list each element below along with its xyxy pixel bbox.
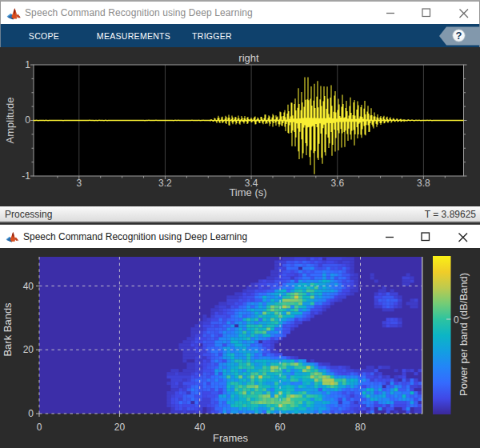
svg-text:0: 0	[25, 114, 30, 126]
svg-text:40: 40	[23, 281, 34, 292]
svg-text:3.6: 3.6	[330, 178, 344, 189]
svg-text:?: ?	[456, 30, 462, 42]
svg-text:-1: -1	[22, 170, 30, 182]
svg-text:Frames: Frames	[213, 432, 249, 444]
svg-text:80: 80	[355, 422, 366, 433]
svg-text:Bark Bands: Bark Bands	[2, 302, 14, 357]
svg-text:20: 20	[114, 422, 126, 433]
svg-text:40: 40	[194, 422, 206, 433]
svg-text:0: 0	[28, 408, 34, 419]
svg-text:Power per band (dB/Band): Power per band (dB/Band)	[458, 273, 470, 396]
svg-text:Amplitude: Amplitude	[4, 98, 16, 144]
svg-text:3.8: 3.8	[417, 178, 430, 189]
svg-text:3.2: 3.2	[158, 178, 172, 189]
svg-text:right: right	[238, 52, 259, 64]
svg-text:0: 0	[37, 422, 42, 433]
svg-text:60: 60	[274, 422, 286, 433]
svg-text:1: 1	[25, 59, 30, 70]
svg-text:3: 3	[76, 178, 82, 189]
svg-text:Time (s): Time (s)	[229, 186, 266, 198]
svg-text:20: 20	[23, 344, 34, 355]
